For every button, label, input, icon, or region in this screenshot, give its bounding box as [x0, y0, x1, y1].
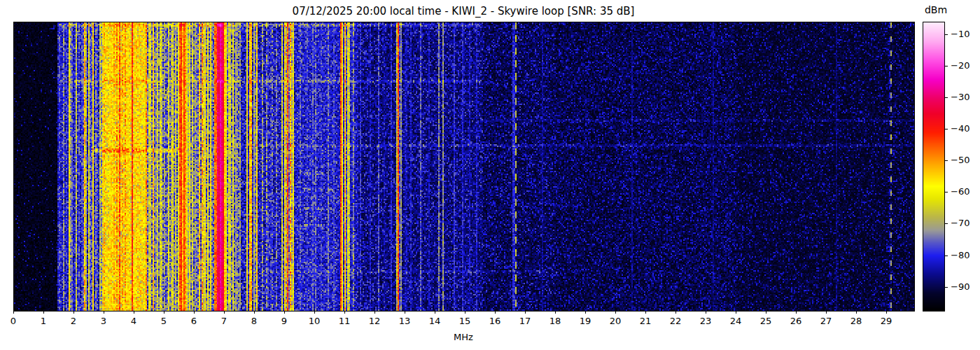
x-tick-label: 6 — [180, 316, 208, 326]
colorbar-tick-label: −50 — [951, 155, 969, 166]
x-tick — [766, 311, 766, 314]
x-tick-label: 0 — [0, 316, 27, 326]
x-tick — [856, 311, 857, 314]
x-tick-label: 12 — [360, 316, 388, 326]
x-tick-label: 10 — [300, 316, 328, 326]
colorbar-tick-label: −80 — [951, 250, 969, 261]
x-tick — [104, 311, 104, 314]
x-tick-label: 13 — [391, 316, 419, 326]
x-tick — [555, 311, 556, 314]
x-tick-label: 18 — [541, 316, 569, 326]
x-tick-label: 16 — [481, 316, 509, 326]
x-tick — [254, 311, 255, 314]
x-tick-label: 23 — [692, 316, 720, 326]
x-tick — [374, 311, 375, 314]
x-tick — [284, 311, 285, 314]
x-tick-label: 29 — [872, 316, 900, 326]
x-tick-label: 28 — [842, 316, 870, 326]
x-tick — [435, 311, 435, 314]
x-tick-label: 4 — [120, 316, 148, 326]
x-tick-label: 27 — [812, 316, 840, 326]
colorbar-tick — [945, 34, 948, 35]
colorbar-tick-label: −60 — [951, 186, 969, 197]
spectrogram-figure: 07/12/2025 20:00 local time - KIWI_2 - S… — [0, 0, 980, 350]
colorbar-tick-label: −20 — [951, 60, 969, 71]
x-tick-label: 26 — [782, 316, 810, 326]
x-tick — [886, 311, 887, 314]
x-tick-label: 17 — [511, 316, 539, 326]
x-tick — [134, 311, 134, 314]
x-tick — [615, 311, 616, 314]
x-tick-label: 5 — [150, 316, 178, 326]
x-tick — [74, 311, 74, 314]
x-tick — [344, 311, 345, 314]
x-tick — [194, 311, 195, 314]
x-tick-label: 9 — [270, 316, 298, 326]
colorbar-tick-label: −30 — [951, 92, 969, 103]
colorbar-tick — [945, 223, 948, 224]
x-tick-label: 11 — [330, 316, 358, 326]
x-tick-label: 22 — [662, 316, 690, 326]
x-tick-label: 3 — [90, 316, 118, 326]
x-tick — [314, 311, 315, 314]
colorbar-tick-label: −40 — [951, 123, 969, 134]
colorbar — [923, 22, 945, 312]
x-tick-label: 19 — [571, 316, 599, 326]
x-tick-label: 25 — [752, 316, 780, 326]
x-axis: 0123456789101112131415161718192021222324… — [13, 311, 913, 332]
colorbar-axis: −10−20−30−40−50−60−70−80−90 — [944, 22, 979, 310]
x-tick — [495, 311, 496, 314]
x-tick — [736, 311, 736, 314]
x-tick — [164, 311, 164, 314]
x-axis-label: MHz — [13, 332, 913, 342]
x-tick — [525, 311, 526, 314]
waterfall-plot-area — [13, 22, 915, 312]
x-tick-label: 8 — [240, 316, 268, 326]
x-tick — [796, 311, 797, 314]
colorbar-canvas — [923, 22, 944, 311]
x-tick — [405, 311, 405, 314]
x-tick — [43, 311, 44, 314]
x-tick-label: 20 — [601, 316, 629, 326]
x-tick — [826, 311, 827, 314]
colorbar-tick — [945, 192, 948, 192]
colorbar-tick-label: −70 — [951, 218, 969, 229]
colorbar-tick — [945, 287, 948, 288]
x-tick — [645, 311, 646, 314]
colorbar-label: dBm — [918, 4, 953, 15]
x-tick — [706, 311, 706, 314]
x-tick — [585, 311, 586, 314]
x-tick-label: 7 — [210, 316, 238, 326]
colorbar-tick-label: −10 — [951, 29, 969, 40]
colorbar-tick — [945, 160, 948, 161]
x-tick-label: 21 — [631, 316, 659, 326]
waterfall-canvas — [14, 22, 914, 311]
x-tick-label: 15 — [451, 316, 479, 326]
x-tick — [465, 311, 465, 314]
x-tick-label: 24 — [722, 316, 750, 326]
chart-title: 07/12/2025 20:00 local time - KIWI_2 - S… — [13, 5, 913, 18]
x-tick — [676, 311, 676, 314]
x-tick — [13, 311, 14, 314]
colorbar-tick — [945, 255, 948, 256]
colorbar-tick-label: −90 — [951, 281, 969, 293]
colorbar-tick — [945, 97, 948, 98]
colorbar-tick — [945, 66, 948, 66]
x-tick-label: 14 — [421, 316, 449, 326]
x-tick-label: 2 — [59, 316, 88, 326]
colorbar-tick — [945, 129, 948, 130]
x-tick-label: 1 — [29, 316, 57, 326]
x-tick — [224, 311, 225, 314]
